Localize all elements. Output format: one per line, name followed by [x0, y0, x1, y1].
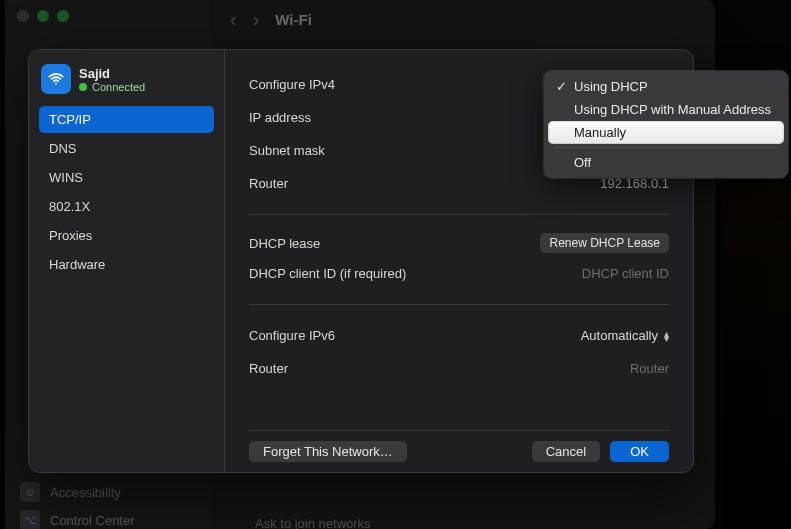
router6-label: Router — [249, 361, 288, 376]
dhcp-client-id-label: DHCP client ID (if required) — [249, 266, 406, 281]
divider — [249, 304, 669, 305]
dropdown-item-manually[interactable]: Manually — [548, 121, 784, 144]
router6-value: Router — [630, 361, 669, 376]
router-value: 192.168.0.1 — [600, 176, 669, 191]
configure-ipv4-label: Configure IPv4 — [249, 77, 335, 92]
sheet-footer: Forget This Network… Cancel OK — [249, 430, 669, 462]
dropdown-item-label: Manually — [574, 125, 626, 140]
configure-ipv6-value: Automatically — [581, 328, 658, 343]
sidebar-item-wins[interactable]: WINS — [39, 164, 214, 191]
row-dhcp-client-id: DHCP client ID (if required) DHCP client… — [249, 257, 669, 290]
row-router-ipv6: Router Router — [249, 352, 669, 385]
subnet-mask-label: Subnet mask — [249, 143, 325, 158]
network-status: Connected — [79, 81, 145, 93]
ip-address-label: IP address — [249, 110, 311, 125]
forget-network-button[interactable]: Forget This Network… — [249, 441, 407, 462]
checkmark-icon: ✓ — [556, 79, 568, 94]
cancel-button[interactable]: Cancel — [532, 441, 600, 462]
configure-ipv6-popup[interactable]: Automatically ▴▾ — [581, 328, 669, 343]
row-configure-ipv6: Configure IPv6 Automatically ▴▾ — [249, 319, 669, 352]
sheet-sidebar: Sajid Connected TCP/IP DNS WINS 802.1X P… — [29, 50, 225, 472]
network-name: Sajid — [79, 66, 145, 81]
row-dhcp-lease: DHCP lease Renew DHCP Lease — [249, 229, 669, 257]
configure-ipv6-label: Configure IPv6 — [249, 328, 335, 343]
dropdown-item-off[interactable]: Off — [548, 151, 784, 174]
sidebar-item-8021x[interactable]: 802.1X — [39, 193, 214, 220]
sheet-sidebar-list: TCP/IP DNS WINS 802.1X Proxies Hardware — [39, 106, 214, 278]
chevron-updown-icon: ▴▾ — [664, 331, 669, 341]
divider — [249, 214, 669, 215]
status-text: Connected — [92, 81, 145, 93]
dropdown-separator — [554, 147, 778, 148]
sidebar-item-hardware[interactable]: Hardware — [39, 251, 214, 278]
wifi-icon — [41, 64, 71, 94]
dropdown-item-using-dhcp[interactable]: ✓ Using DHCP — [548, 75, 784, 98]
router-label: Router — [249, 176, 288, 191]
ok-button[interactable]: OK — [610, 441, 669, 462]
sidebar-item-tcpip[interactable]: TCP/IP — [39, 106, 214, 133]
sidebar-item-proxies[interactable]: Proxies — [39, 222, 214, 249]
dropdown-item-using-dhcp-manual[interactable]: Using DHCP with Manual Address — [548, 98, 784, 121]
configure-ipv4-dropdown: ✓ Using DHCP Using DHCP with Manual Addr… — [544, 71, 788, 178]
renew-dhcp-lease-button[interactable]: Renew DHCP Lease — [540, 233, 669, 253]
dropdown-item-label: Using DHCP with Manual Address — [574, 102, 771, 117]
svg-point-0 — [55, 83, 57, 85]
dropdown-item-label: Using DHCP — [574, 79, 648, 94]
network-header: Sajid Connected — [39, 62, 214, 96]
sidebar-item-dns[interactable]: DNS — [39, 135, 214, 162]
dhcp-client-id-field[interactable]: DHCP client ID — [582, 266, 669, 281]
status-dot-icon — [79, 83, 87, 91]
dropdown-item-label: Off — [574, 155, 591, 170]
dhcp-lease-label: DHCP lease — [249, 236, 320, 251]
